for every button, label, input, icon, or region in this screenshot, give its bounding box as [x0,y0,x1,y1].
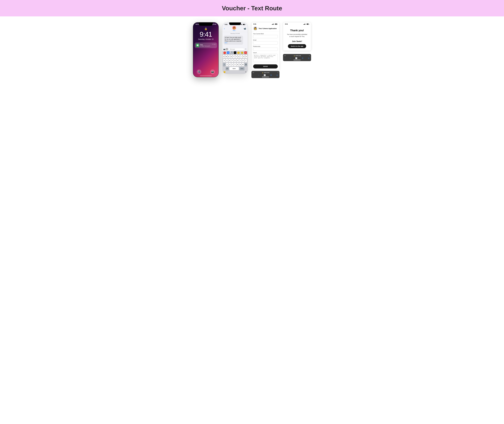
key-delete[interactable]: ⌫ [245,63,247,66]
browser-forward-button[interactable]: › [258,74,259,76]
signal-bars-ty [303,24,305,25]
key-O[interactable]: O [243,55,245,58]
ty-browser-lock-icon: 🔒 [294,55,295,56]
ty-browser-forward-button[interactable]: › [290,57,291,59]
key-L[interactable]: L [245,59,247,62]
msg-header: ‹ 👩 Tina › 📹 [222,25,248,32]
key-return[interactable]: return [239,67,245,70]
form-status-bar: 9:41 ≈ [252,22,279,25]
key-shift[interactable]: ⇧ [223,63,226,66]
key-J[interactable]: J [239,59,241,62]
screen-lockscreen: Verizon ▾▴ ▮ 🔒 9:41 Saturday, October 15… [193,22,219,77]
lock-bottom-icons: 🔦 📷 [193,69,218,74]
ty-body: Thank you! You have successfully submitt… [283,25,311,50]
key-P[interactable]: P [245,55,247,58]
key-I[interactable]: I [240,55,242,58]
msg-input-field[interactable]: iMessage [229,48,244,50]
emoji-6[interactable]: 😢 [241,51,244,54]
input-relationship[interactable] [253,48,278,51]
page-title: Voucher - Text Route [2,5,502,12]
flashlight-icon: 🔦 [198,70,200,73]
browser-url-bar[interactable]: 🔒 seekr.work [262,72,270,73]
browser-back-button[interactable]: ‹ [253,74,254,76]
key-M[interactable]: M [242,63,244,66]
ty-browser-aa[interactable]: AA [284,55,286,56]
apps-msg-icon[interactable]: A [226,48,228,50]
key-Y[interactable]: Y [235,55,237,58]
textarea-vouch[interactable] [253,54,278,62]
ty-browser-reload-icon[interactable]: ↺ [309,55,310,56]
key-D[interactable]: D [229,59,231,62]
key-G[interactable]: G [234,59,236,62]
switch-to-app-button[interactable]: Switch to the app [288,44,306,48]
screen-form-container: 9:41 ≈ 👩 Tina' Cohens Application [252,22,279,78]
field-current-work: Your Current Work [253,33,278,38]
contact-name[interactable]: Tina › [233,30,236,31]
ty-browser-home-indicator [294,60,301,60]
label-current-work: Your Current Work [253,33,278,34]
input-current-work[interactable] [253,35,278,38]
key-E[interactable]: E [228,55,230,58]
emoji-5[interactable]: 😊 [237,51,240,54]
mic-button[interactable]: 🎙 [245,48,247,50]
signal-icon [211,24,213,25]
key-A[interactable]: A [223,59,225,62]
ty-browser-back-button[interactable]: ‹ [285,57,285,59]
ty-browser-tabs-button[interactable]: ⧉ [302,57,303,59]
ty-browser-url-bar[interactable]: 🔒 seekr.work [294,55,301,56]
key-R[interactable]: R [230,55,232,58]
emoji-4[interactable]: tv [234,51,236,54]
key-H[interactable]: H [237,59,239,62]
label-vouch: Vouch [253,52,278,53]
key-C[interactable]: C [231,63,234,66]
browser-share-button[interactable]: ⬜ [264,74,266,76]
form-body: Your Current Work Email Relationship Vou… [252,31,279,70]
ty-browser-share-button[interactable]: ⬜ [295,57,297,59]
back-button[interactable]: ‹ [224,27,225,30]
dictation-button[interactable]: 🎙 [245,71,247,73]
browser-reload-icon[interactable]: ↺ [277,72,278,73]
video-call-button[interactable]: 📹 [244,27,246,30]
flashlight-button[interactable]: 🔦 [197,69,201,74]
emoji-7[interactable]: ● [244,51,247,54]
key-space[interactable]: space [229,67,239,70]
emoji-3[interactable]: 🎵 [230,51,233,54]
key-V[interactable]: V [234,63,236,66]
camera-button[interactable]: 📷 [210,69,215,74]
lock-icons: ▾▴ ▮ [211,23,216,25]
browser-aa[interactable]: AA [252,72,254,73]
key-Z[interactable]: Z [226,63,228,66]
key-K[interactable]: K [242,59,244,62]
home-indicator [200,76,212,76]
lock-date: Saturday, October 15 [193,38,218,40]
key-T[interactable]: T [233,55,235,58]
emoji-button[interactable]: 😊 [223,71,226,73]
emoji-2[interactable]: A [227,51,229,54]
key-W[interactable]: W [225,55,227,58]
browser-bookmarks-button[interactable]: ⊡ [277,74,278,76]
header-banner: Voucher - Text Route [0,0,504,16]
send-button[interactable]: SEND [253,64,278,69]
key-Q[interactable]: Q [223,55,225,58]
input-email[interactable] [253,41,278,44]
key-S[interactable]: S [226,59,228,62]
form-time: 9:41 [253,23,256,25]
ty-browser-bookmarks-button[interactable]: ⊡ [308,57,309,59]
msg-link[interactable]: here. [225,42,228,44]
key-U[interactable]: U [238,55,240,58]
browser-top-row: AA 🔒 seekr.work ↺ [252,72,278,73]
label-email: Email [253,39,278,41]
key-num[interactable]: 123 [226,67,229,70]
wifi-icon: ▾▴ [214,23,215,25]
screen-form: 9:41 ≈ 👩 Tina' Cohens Application [252,22,279,70]
kb-bottom-row: 😊 🎙 [222,71,248,74]
key-F[interactable]: F [231,59,234,62]
key-X[interactable]: X [229,63,231,66]
join-label: Join Seekr! [285,40,309,43]
browser-tabs-button[interactable]: ⧉ [270,74,272,76]
signal-bars-msg [238,24,240,25]
camera-msg-icon[interactable]: 📷 [223,48,225,50]
key-B[interactable]: B [237,63,239,66]
key-N[interactable]: N [239,63,241,66]
emoji-1[interactable]: 🔴 [223,51,226,54]
